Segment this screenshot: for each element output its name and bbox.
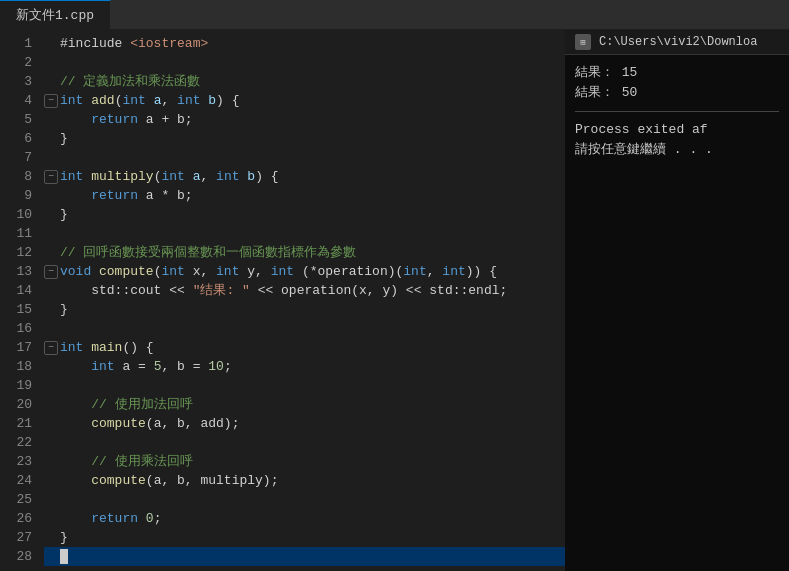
ln-17: 17 (8, 338, 32, 357)
main-area: 1 2 3 4 5 6 7 8 9 10 11 12 13 14 15 16 1… (0, 30, 789, 571)
ln-21: 21 (8, 414, 32, 433)
ln-3: 3 (8, 72, 32, 91)
ln-26: 26 (8, 509, 32, 528)
code-line-25 (44, 490, 565, 509)
line-numbers: 1 2 3 4 5 6 7 8 9 10 11 12 13 14 15 16 1… (0, 30, 40, 571)
code-line-13: − void compute(int x, int y, int (*opera… (44, 262, 565, 281)
code-line-1: #include <iostream> (44, 34, 565, 53)
code-line-24: compute(a, b, multiply); (44, 471, 565, 490)
terminal-panel: ⊞ C:\Users\vivi2\Downloa 結果： 15 結果： 50 P… (565, 30, 789, 571)
code-line-18: int a = 5, b = 10; (44, 357, 565, 376)
fold-17[interactable]: − (44, 341, 58, 355)
ln-1: 1 (8, 34, 32, 53)
ln-23: 23 (8, 452, 32, 471)
terminal-exit-msg: Process exited af (575, 120, 779, 140)
tab-bar: 新文件1.cpp (0, 0, 789, 30)
ln-6: 6 (8, 129, 32, 148)
code-line-5: return a + b; (44, 110, 565, 129)
ln-27: 27 (8, 528, 32, 547)
ln-15: 15 (8, 300, 32, 319)
terminal-content[interactable]: 結果： 15 結果： 50 Process exited af 請按任意鍵繼續 … (565, 55, 789, 571)
fold-placeholder-1 (44, 34, 60, 53)
ln-16: 16 (8, 319, 32, 338)
code-line-4: − int add(int a, int b) { (44, 91, 565, 110)
text-cursor (60, 549, 68, 564)
code-line-8: − int multiply(int a, int b) { (44, 167, 565, 186)
editor-area: 1 2 3 4 5 6 7 8 9 10 11 12 13 14 15 16 1… (0, 30, 565, 571)
code-line-6: } (44, 129, 565, 148)
code-line-19 (44, 376, 565, 395)
code-line-12: // 回呼函數接受兩個整數和一個函數指標作為參數 (44, 243, 565, 262)
code-line-11 (44, 224, 565, 243)
code-line-14: std::cout << "结果: " << operation(x, y) <… (44, 281, 565, 300)
tab-file[interactable]: 新文件1.cpp (0, 0, 111, 29)
terminal-output-2: 結果： 50 (575, 83, 779, 103)
code-line-27: } (44, 528, 565, 547)
tab-label: 新文件1.cpp (16, 6, 94, 24)
code-line-15: } (44, 300, 565, 319)
ln-28: 28 (8, 547, 32, 566)
ln-14: 14 (8, 281, 32, 300)
fold-8[interactable]: − (44, 170, 58, 184)
ln-18: 18 (8, 357, 32, 376)
ln-25: 25 (8, 490, 32, 509)
terminal-icon: ⊞ (575, 34, 591, 50)
code-line-17: − int main() { (44, 338, 565, 357)
code-editor[interactable]: #include <iostream> // 定義加法和乘法函數 − int a… (40, 30, 565, 571)
ln-7: 7 (8, 148, 32, 167)
ln-11: 11 (8, 224, 32, 243)
fold-13[interactable]: − (44, 265, 58, 279)
code-line-22 (44, 433, 565, 452)
code-container: 1 2 3 4 5 6 7 8 9 10 11 12 13 14 15 16 1… (0, 30, 565, 571)
code-line-23: // 使用乘法回呼 (44, 452, 565, 471)
ln-10: 10 (8, 205, 32, 224)
terminal-title: C:\Users\vivi2\Downloa (599, 35, 757, 49)
ln-19: 19 (8, 376, 32, 395)
code-line-28[interactable] (44, 547, 565, 566)
ln-24: 24 (8, 471, 32, 490)
terminal-press-key: 請按任意鍵繼續 . . . (575, 140, 779, 160)
ln-20: 20 (8, 395, 32, 414)
code-line-20: // 使用加法回呼 (44, 395, 565, 414)
code-line-16 (44, 319, 565, 338)
terminal-title-bar: ⊞ C:\Users\vivi2\Downloa (565, 30, 789, 55)
ln-2: 2 (8, 53, 32, 72)
code-line-2 (44, 53, 565, 72)
terminal-output-1: 結果： 15 (575, 63, 779, 83)
fold-4[interactable]: − (44, 94, 58, 108)
ln-13: 13 (8, 262, 32, 281)
ln-4: 4 (8, 91, 32, 110)
ln-8: 8 (8, 167, 32, 186)
code-line-26: return 0; (44, 509, 565, 528)
code-line-9: return a * b; (44, 186, 565, 205)
ln-22: 22 (8, 433, 32, 452)
ln-9: 9 (8, 186, 32, 205)
ln-5: 5 (8, 110, 32, 129)
code-line-7 (44, 148, 565, 167)
code-line-21: compute(a, b, add); (44, 414, 565, 433)
terminal-divider (575, 111, 779, 112)
ln-12: 12 (8, 243, 32, 262)
code-line-10: } (44, 205, 565, 224)
code-line-3: // 定義加法和乘法函數 (44, 72, 565, 91)
